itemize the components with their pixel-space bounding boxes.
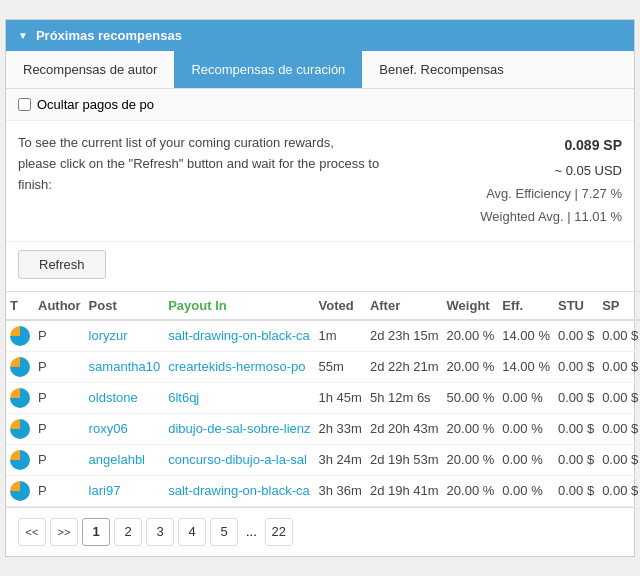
hide-payments-checkbox[interactable]	[18, 98, 31, 111]
cell-payout-5: 3h 36m	[315, 475, 366, 506]
cell-author-2[interactable]: oldstone	[85, 382, 165, 413]
pie-icon-4	[10, 450, 30, 470]
widget-container: ▼ Próximas recompensas Recompensas de au…	[5, 19, 635, 556]
pie-icon-2	[10, 388, 30, 408]
cell-pie-4	[6, 444, 34, 475]
widget-header: ▼ Próximas recompensas	[6, 20, 634, 51]
col-payout: Payout In	[164, 291, 314, 320]
tab-bar: Recompensas de autor Recompensas de cura…	[6, 51, 634, 89]
cell-post-0[interactable]: salt-drawing-on-black-ca	[164, 320, 314, 352]
cell-voted-5: 2d 19h 41m	[366, 475, 443, 506]
pie-icon-1	[10, 357, 30, 377]
cell-stu-1: 0.00 $	[598, 351, 640, 382]
pie-icon-5	[10, 481, 30, 501]
cell-stu-0: 0.00 $	[598, 320, 640, 352]
next-page-btn[interactable]: >>	[50, 518, 78, 546]
pagination: << >> 1 2 3 4 5 ... 22	[6, 507, 634, 556]
cell-eff-2: 0.00 $	[554, 382, 598, 413]
tab-curation[interactable]: Recompensas de curación	[174, 51, 362, 88]
sp-value: 0.089 SP	[480, 133, 622, 158]
cell-post-5[interactable]: salt-drawing-on-black-ca	[164, 475, 314, 506]
cell-author-5[interactable]: lari97	[85, 475, 165, 506]
info-section: To see the current list of your coming c…	[6, 121, 634, 241]
cell-after-4: 20.00 %	[443, 444, 499, 475]
collapse-arrow[interactable]: ▼	[18, 30, 28, 41]
cell-eff-3: 0.00 $	[554, 413, 598, 444]
cell-stu-5: 0.00 $	[598, 475, 640, 506]
cell-pie-3	[6, 413, 34, 444]
cell-voted-3: 2d 20h 43m	[366, 413, 443, 444]
cell-eff-0: 0.00 $	[554, 320, 598, 352]
cell-payout-1: 55m	[315, 351, 366, 382]
cell-pie-0	[6, 320, 34, 352]
table-row: P samantha10 creartekids-hermoso-po 55m …	[6, 351, 640, 382]
cell-t-1: P	[34, 351, 85, 382]
cell-eff-4: 0.00 $	[554, 444, 598, 475]
cell-post-2[interactable]: 6lt6qj	[164, 382, 314, 413]
pie-icon-3	[10, 419, 30, 439]
table-row: P lari97 salt-drawing-on-black-ca 3h 36m…	[6, 475, 640, 506]
rewards-table: T Author Post Payout In Voted After Weig…	[6, 291, 640, 507]
page-2-btn[interactable]: 2	[114, 518, 142, 546]
cell-payout-3: 2h 33m	[315, 413, 366, 444]
last-page-btn[interactable]: 22	[265, 518, 293, 546]
cell-author-0[interactable]: loryzur	[85, 320, 165, 352]
widget-title: Próximas recompensas	[36, 28, 182, 43]
tab-benef[interactable]: Benef. Recompensas	[362, 51, 520, 88]
cell-t-5: P	[34, 475, 85, 506]
cell-stu-3: 0.00 $	[598, 413, 640, 444]
cell-post-1[interactable]: creartekids-hermoso-po	[164, 351, 314, 382]
ellipsis: ...	[242, 524, 261, 539]
col-eff: Eff.	[498, 291, 554, 320]
cell-voted-0: 2d 23h 15m	[366, 320, 443, 352]
cell-after-5: 20.00 %	[443, 475, 499, 506]
usd-value: ~ 0.05 USD	[480, 159, 622, 182]
cell-after-2: 50.00 %	[443, 382, 499, 413]
page-1-btn[interactable]: 1	[82, 518, 110, 546]
cell-payout-2: 1h 45m	[315, 382, 366, 413]
cell-author-1[interactable]: samantha10	[85, 351, 165, 382]
checkbox-row: Ocultar pagos de po	[6, 89, 634, 121]
cell-voted-4: 2d 19h 53m	[366, 444, 443, 475]
info-text: To see the current list of your coming c…	[18, 133, 379, 228]
cell-t-3: P	[34, 413, 85, 444]
table-row: P oldstone 6lt6qj 1h 45m 5h 12m 6s 50.00…	[6, 382, 640, 413]
cell-weight-3: 0.00 %	[498, 413, 554, 444]
col-post: Post	[85, 291, 165, 320]
cell-weight-4: 0.00 %	[498, 444, 554, 475]
cell-author-4[interactable]: angelahbl	[85, 444, 165, 475]
cell-after-3: 20.00 %	[443, 413, 499, 444]
cell-stu-2: 0.00 $	[598, 382, 640, 413]
cell-post-3[interactable]: dibujo-de-sal-sobre-lienz	[164, 413, 314, 444]
cell-pie-2	[6, 382, 34, 413]
pie-icon-0	[10, 326, 30, 346]
cell-eff-5: 0.00 $	[554, 475, 598, 506]
cell-payout-4: 3h 24m	[315, 444, 366, 475]
col-voted: Voted	[315, 291, 366, 320]
tab-author[interactable]: Recompensas de autor	[6, 51, 174, 88]
cell-after-1: 20.00 %	[443, 351, 499, 382]
col-after: After	[366, 291, 443, 320]
first-page-btn[interactable]: <<	[18, 518, 46, 546]
info-stats: 0.089 SP ~ 0.05 USD Avg. Efficiency | 7.…	[480, 133, 622, 228]
col-t: T	[6, 291, 34, 320]
cell-voted-2: 5h 12m 6s	[366, 382, 443, 413]
hide-payments-label: Ocultar pagos de po	[37, 97, 154, 112]
cell-after-0: 20.00 %	[443, 320, 499, 352]
page-3-btn[interactable]: 3	[146, 518, 174, 546]
cell-author-3[interactable]: roxy06	[85, 413, 165, 444]
page-4-btn[interactable]: 4	[178, 518, 206, 546]
cell-weight-5: 0.00 %	[498, 475, 554, 506]
cell-weight-2: 0.00 %	[498, 382, 554, 413]
weighted-avg: Weighted Avg. | 11.01 %	[480, 205, 622, 228]
table-row: P loryzur salt-drawing-on-black-ca 1m 2d…	[6, 320, 640, 352]
cell-pie-5	[6, 475, 34, 506]
cell-t-2: P	[34, 382, 85, 413]
cell-weight-1: 14.00 %	[498, 351, 554, 382]
cell-post-4[interactable]: concurso-dibujo-a-la-sal	[164, 444, 314, 475]
cell-eff-1: 0.00 $	[554, 351, 598, 382]
refresh-button[interactable]: Refresh	[18, 250, 106, 279]
col-weight: Weight	[443, 291, 499, 320]
col-author: Author	[34, 291, 85, 320]
page-5-btn[interactable]: 5	[210, 518, 238, 546]
